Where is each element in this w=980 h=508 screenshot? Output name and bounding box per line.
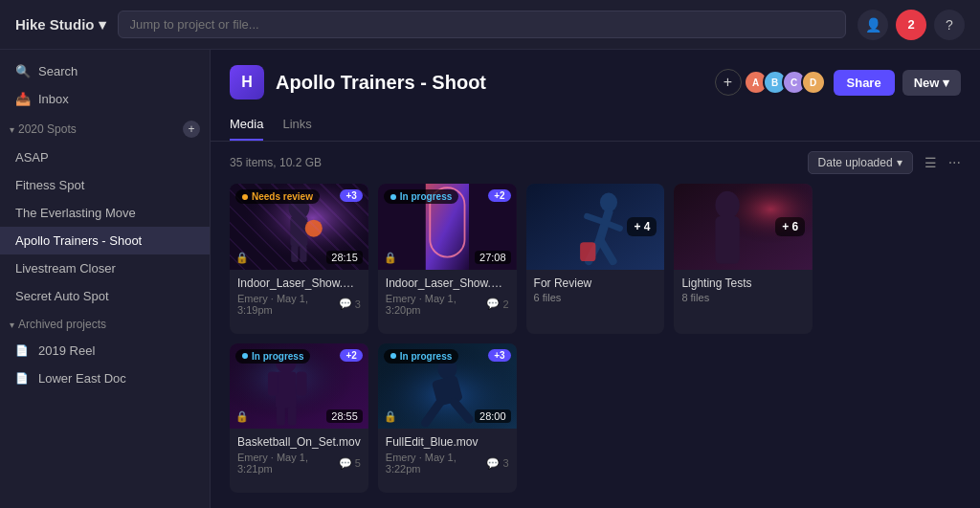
- svg-rect-29: [288, 406, 297, 425]
- add-member-button[interactable]: +: [715, 69, 742, 96]
- archive-icon: 📄: [15, 344, 29, 357]
- add-project-button[interactable]: +: [183, 121, 200, 138]
- search-label: Search: [38, 64, 78, 78]
- sidebar-item-search[interactable]: 🔍 Search: [0, 57, 210, 85]
- sidebar-item-asap[interactable]: ASAP: [0, 144, 210, 171]
- duration-label: 28:00: [475, 409, 511, 423]
- content-tabs: Media Links: [211, 109, 980, 142]
- folder-count-overlay: + 4: [627, 217, 657, 236]
- notification-button[interactable]: 2: [896, 10, 926, 40]
- files-count: 8 files: [681, 292, 805, 303]
- sidebar-item-secret[interactable]: Secret Auto Spot: [0, 282, 210, 310]
- card-info: Lighting Tests 8 files: [674, 270, 813, 309]
- more-options-button[interactable]: ···: [948, 154, 961, 171]
- comment-icon: 💬: [339, 298, 352, 310]
- status-dot-icon: [242, 194, 248, 200]
- card-info: Indoor_Laser_Show.mov Emery · May 1, 3:2…: [378, 270, 517, 321]
- share-button[interactable]: Share: [834, 70, 895, 96]
- version-badge: +2: [340, 349, 362, 362]
- project-header: H Apollo Trainers - Shoot + A B C D Shar…: [211, 50, 980, 99]
- app-chevron-icon: ▾: [99, 16, 106, 33]
- avatar-group: A B C D: [749, 70, 826, 95]
- svg-rect-27: [297, 371, 307, 395]
- inbox-label: Inbox: [38, 92, 69, 106]
- new-button[interactable]: New ▾: [902, 70, 961, 96]
- sidebar: 🔍 Search 📥 Inbox ▾ 2020 Spots + ASAP Fit…: [0, 50, 211, 508]
- lock-icon: 🔒: [384, 410, 397, 423]
- media-card-v5[interactable]: In progress +2 🔒 28:55 Basketball_On_Set…: [230, 343, 368, 494]
- lock-icon: 🔒: [384, 252, 397, 264]
- media-card-v1[interactable]: Needs review +3 🔒 28:15 Indoor_Laser_Sho…: [230, 184, 368, 334]
- project-icon: H: [230, 65, 264, 99]
- card-info: Indoor_Laser_Show.mov Emery · May 1, 3:1…: [230, 270, 368, 321]
- tab-links[interactable]: Links: [282, 109, 311, 141]
- card-thumbnail: Needs review +3 🔒 28:15: [230, 184, 368, 270]
- chevron-sort-icon: ▾: [897, 156, 902, 169]
- help-button[interactable]: ?: [934, 10, 965, 40]
- list-view-button[interactable]: ☰: [921, 151, 941, 174]
- version-badge: +2: [488, 189, 510, 202]
- sidebar-item-inbox[interactable]: 📥 Inbox: [0, 85, 210, 113]
- content-area: H Apollo Trainers - Shoot + A B C D Shar…: [211, 50, 980, 508]
- app-title[interactable]: Hike Studio ▾: [15, 16, 106, 33]
- media-grid: Needs review +3 🔒 28:15 Indoor_Laser_Sho…: [211, 184, 980, 508]
- archive-icon-2: 📄: [15, 372, 29, 385]
- card-thumbnail: + 4: [526, 184, 665, 270]
- chevron-down-icon: ▾: [10, 124, 14, 135]
- sidebar-item-apollo[interactable]: Apollo Trainers - Shoot: [0, 227, 210, 254]
- svg-rect-17: [580, 242, 595, 261]
- sidebar-item-livestream[interactable]: Livestream Closer: [0, 254, 210, 282]
- sidebar-item-reel2019[interactable]: 📄 2019 Reel: [0, 337, 210, 364]
- in-progress-badge: In progress: [384, 349, 458, 364]
- comments-count: 💬 2: [486, 298, 508, 310]
- sidebar-item-lowerdoc[interactable]: 📄 Lower East Doc: [0, 364, 210, 392]
- comments-count: 💬 3: [339, 298, 361, 310]
- in-progress-badge: In progress: [384, 189, 458, 204]
- sidebar-item-everlasting[interactable]: The Everlasting Move: [0, 199, 210, 227]
- duration-label: 28:55: [326, 409, 363, 423]
- filename-label: For Review: [534, 276, 657, 290]
- svg-rect-3: [290, 216, 307, 247]
- media-card-v6[interactable]: In progress +3 🔒 28:00 FullEdit_Blue.mov…: [378, 343, 517, 494]
- filename-label: Lighting Tests: [681, 276, 805, 290]
- top-bar-actions: 👤 2 ?: [858, 10, 965, 40]
- archived-label: Archived projects: [18, 318, 106, 331]
- media-card-v2[interactable]: In progress +2 🔒 27:08 Indoor_Laser_Show…: [378, 184, 517, 334]
- sort-button[interactable]: Date uploaded ▾: [808, 151, 913, 174]
- card-meta: Emery · May 1, 3:21pm 💬 5: [237, 452, 361, 475]
- media-toolbar: 35 items, 10.2 GB Date uploaded ▾ ☰ ···: [211, 142, 980, 184]
- svg-rect-25: [276, 371, 297, 408]
- svg-rect-5: [291, 245, 298, 262]
- svg-rect-6: [300, 245, 306, 262]
- avatar: D: [801, 70, 826, 95]
- filename-label: Indoor_Laser_Show.mov: [386, 276, 509, 290]
- sidebar-archived-section: ▾ Archived projects: [0, 310, 210, 337]
- filename-label: Indoor_Laser_Show.mov: [237, 276, 361, 290]
- status-dot-icon: [242, 353, 248, 359]
- search-icon: 🔍: [15, 64, 31, 78]
- app-name-label: Hike Studio: [15, 16, 95, 33]
- comments-count: 💬 3: [486, 457, 508, 470]
- filename-label: FullEdit_Blue.mov: [386, 435, 509, 449]
- media-card-v4[interactable]: + 6 Lighting Tests 8 files: [674, 184, 813, 334]
- tab-media[interactable]: Media: [230, 109, 263, 141]
- inbox-icon: 📥: [15, 92, 31, 106]
- sidebar-section-2020: ▾ 2020 Spots +: [0, 113, 210, 144]
- global-search-input[interactable]: [118, 11, 846, 38]
- svg-point-20: [716, 191, 740, 219]
- media-card-v3[interactable]: + 4 For Review 6 files: [526, 184, 665, 334]
- header-actions: + A B C D Share New ▾: [715, 69, 961, 96]
- card-meta: Emery · May 1, 3:22pm 💬 3: [386, 452, 509, 475]
- card-thumbnail: In progress +3 🔒 28:00: [378, 343, 517, 430]
- sidebar-item-fitness[interactable]: Fitness Spot: [0, 171, 210, 199]
- filename-label: Basketball_On_Set.mov: [237, 435, 361, 449]
- svg-rect-28: [277, 406, 285, 425]
- status-dot-icon: [390, 194, 396, 200]
- duration-label: 28:15: [326, 251, 363, 264]
- main-layout: 🔍 Search 📥 Inbox ▾ 2020 Spots + ASAP Fit…: [0, 50, 980, 508]
- project-title: Apollo Trainers - Shoot: [276, 72, 703, 94]
- card-info: For Review 6 files: [526, 270, 665, 309]
- version-badge: +3: [340, 189, 362, 202]
- card-meta: Emery · May 1, 3:19pm 💬 3: [237, 293, 361, 316]
- user-icon-button[interactable]: 👤: [858, 10, 888, 40]
